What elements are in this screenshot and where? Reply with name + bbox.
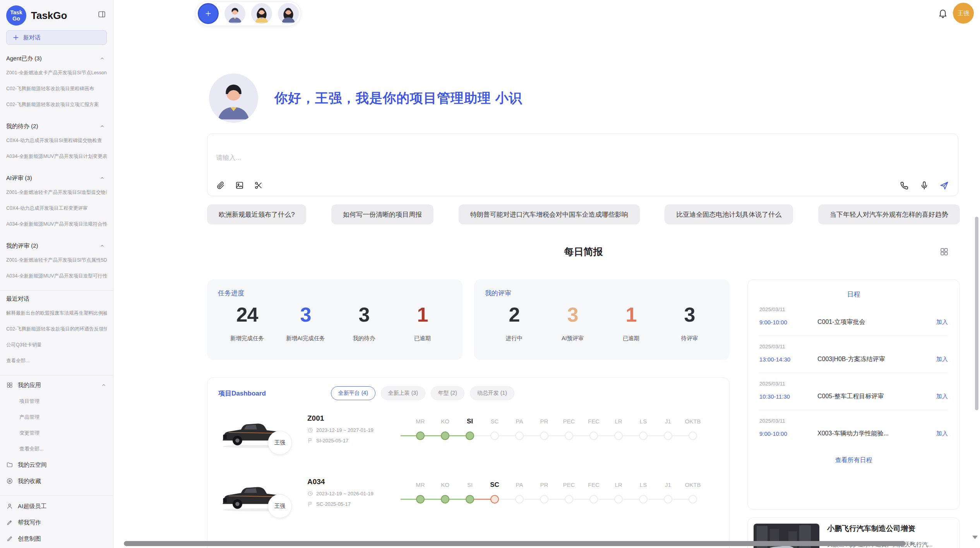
- dashboard-tab[interactable]: 年型 (2): [431, 386, 464, 400]
- stat-label: 新增AI完成任务: [276, 335, 335, 342]
- project-row[interactable]: 王强Z0012023-12-19 ~ 2027-01-19SI-2025-05-…: [218, 413, 718, 464]
- microphone-icon[interactable]: [919, 180, 929, 190]
- sidebar-item[interactable]: Z001-全新燃油轻卡产品开发项目SI造型提交物评审: [6, 185, 107, 200]
- assistant-avatar-3[interactable]: [278, 3, 299, 24]
- left-column: 任务进度24新增完成任务3新增AI完成任务3我的待办1已逾期我的评审2进行中3A…: [207, 279, 730, 548]
- join-meeting-link[interactable]: 加入: [936, 356, 948, 363]
- user-avatar[interactable]: 王强: [953, 3, 974, 24]
- assistant-avatar-2[interactable]: [251, 3, 272, 24]
- sidebar-divider: [0, 290, 113, 291]
- project-row[interactable]: 王强A0342023-12-19 ~ 2026-01-19SC-2025-05-…: [218, 477, 718, 527]
- suggestion-chip[interactable]: 比亚迪全固态电池计划具体说了什么: [665, 204, 793, 224]
- schedule-time: 9:00-10:00: [759, 430, 809, 437]
- suggestion-chip[interactable]: 如何写一份清晰的项目周报: [331, 204, 433, 224]
- chevron-up-icon: [99, 55, 105, 62]
- sidebar-item[interactable]: Z001-全新燃油皮卡产品开发项目SI节点Lesson Learn报告: [6, 65, 107, 81]
- stat-value: 3: [335, 303, 393, 326]
- app-logo: Task Go: [6, 5, 26, 26]
- sidebar-item[interactable]: Z001-全新燃油轻卡产品开发项目SI节点属性5D文件评审: [6, 252, 107, 268]
- stat-item: 1已逾期: [602, 303, 660, 342]
- add-assistant-button[interactable]: [198, 3, 219, 24]
- schedule-item: 2025/03/1110:30-11:30C005-整车工程目标评审加入: [759, 373, 948, 410]
- sidebar-item[interactable]: C0X4-动力总成开发项目工程变更评审: [6, 200, 107, 216]
- image-icon[interactable]: [235, 181, 244, 190]
- collapse-sidebar-icon[interactable]: [98, 10, 106, 19]
- project-flag-label: SC-2025-05-17: [316, 501, 351, 507]
- sidebar-tool-pen[interactable]: 帮我写作: [6, 514, 107, 531]
- sidebar-item[interactable]: C02-飞腾新能源轻客改款项目里程碑画布: [6, 81, 107, 97]
- logo-text-top: Task: [10, 9, 22, 15]
- layout-grid-icon[interactable]: [939, 247, 949, 257]
- project-dates: 2023-12-19 ~ 2027-01-19: [307, 427, 398, 433]
- my-apps-section: 我的应用项目管理产品管理变更管理查看全部...: [6, 377, 107, 457]
- sidebar-link-award[interactable]: 我的收藏: [6, 473, 107, 489]
- scissors-icon[interactable]: [254, 181, 263, 190]
- dashboard-tab[interactable]: 全新平台 (4): [331, 386, 375, 400]
- sidebar-section-header[interactable]: AI评审 (3): [6, 171, 107, 185]
- sidebar-section-header[interactable]: 我的待办 (2): [6, 120, 107, 133]
- recent-chat-item[interactable]: 公司Q3轻卡销量: [6, 337, 107, 353]
- join-meeting-link[interactable]: 加入: [936, 319, 948, 326]
- sidebar-item[interactable]: A034-全新新能源MUV产品开发项目造型可行性评审: [6, 268, 107, 284]
- dashboard-header: 项目Dashboard 全新平台 (4)全新上装 (3)年型 (2)动总开发 (…: [218, 386, 718, 400]
- stat-item: 3AI预评审: [543, 303, 602, 342]
- app-item[interactable]: 产品管理: [6, 409, 107, 425]
- sidebar-section-header[interactable]: 我的评审 (2): [6, 239, 107, 252]
- svg-text:SI: SI: [467, 481, 473, 488]
- view-all-apps-link[interactable]: 查看全部...: [6, 441, 107, 457]
- scroll-right-arrow-icon[interactable]: [910, 541, 914, 546]
- svg-text:SC: SC: [491, 418, 499, 425]
- pen-icon: [6, 519, 13, 526]
- apps-grid-icon: [6, 382, 13, 389]
- svg-text:KO: KO: [441, 481, 449, 488]
- svg-text:PEC: PEC: [563, 418, 575, 425]
- project-flag: SC-2025-05-17: [307, 501, 398, 507]
- suggestion-chip[interactable]: 欧洲新规最近颁布了什么?: [207, 204, 306, 224]
- new-chat-button[interactable]: 新对话: [6, 30, 107, 45]
- send-icon[interactable]: [939, 180, 949, 190]
- join-meeting-link[interactable]: 加入: [936, 430, 948, 437]
- view-all-chats-link[interactable]: 查看全部...: [6, 353, 107, 369]
- stat-card: 我的评审2进行中3AI预评审1已逾期3待评审: [474, 279, 730, 360]
- project-car: 王强: [218, 477, 307, 515]
- sidebar-tool-brush[interactable]: 创意制图: [6, 531, 107, 547]
- assistant-illustration-avatar: [209, 74, 258, 123]
- schedule-row: 10:30-11:30C005-整车工程目标评审加入: [759, 392, 948, 401]
- app-item[interactable]: 变更管理: [6, 425, 107, 441]
- schedule-date: 2025/03/11: [759, 381, 948, 387]
- sidebar-item[interactable]: A034-全新新能源MUV产品开发项目计划变更表编写: [6, 149, 107, 164]
- join-meeting-link[interactable]: 加入: [936, 393, 948, 400]
- sidebar-item[interactable]: C0X4-动力总成开发项目SI里程碑提交物检查: [6, 133, 107, 149]
- stat-label: AI预评审: [543, 335, 602, 342]
- suggestion-chip[interactable]: 特朗普可能对进口汽车增税会对中国车企造成哪些影响: [459, 204, 640, 224]
- sidebar-section-header[interactable]: Agent已办 (3): [6, 52, 107, 65]
- assistant-avatar-1[interactable]: [224, 3, 245, 24]
- robot-icon: [6, 503, 13, 510]
- project-dates: 2023-12-19 ~ 2026-01-19: [307, 491, 398, 497]
- recent-chat-item[interactable]: C02-飞腾新能源轻客改款项目的闭环通告反馈情况: [6, 321, 107, 337]
- schedule-row: 13:00-14:30C003|H0B-方案冻结评审加入: [759, 355, 948, 363]
- stat-item: 3新增AI完成任务: [276, 303, 335, 342]
- phone-icon[interactable]: [899, 180, 910, 190]
- schedule-event-title: C001-立项审批会: [817, 318, 936, 326]
- dashboard-tab[interactable]: 动总开发 (1): [470, 386, 514, 400]
- paperclip-icon[interactable]: [216, 181, 225, 190]
- notification-bell-icon[interactable]: [937, 8, 949, 19]
- horizontal-scrollbar[interactable]: [124, 541, 906, 546]
- scroll-down-arrow-icon[interactable]: [972, 536, 978, 539]
- sidebar-item[interactable]: C02-飞腾新能源轻客改款项目立项汇报方案: [6, 97, 107, 113]
- vertical-scrollbar[interactable]: [975, 217, 978, 410]
- project-dashboard-card: 项目Dashboard 全新平台 (4)全新上装 (3)年型 (2)动总开发 (…: [207, 377, 730, 548]
- sidebar-item[interactable]: A034-全新新能源MUV产品开发项目法规符合性评审: [6, 216, 107, 232]
- chat-composer[interactable]: 请输入...: [207, 134, 958, 196]
- view-all-schedule-link[interactable]: 查看所有日程: [759, 456, 948, 464]
- suggestion-chip[interactable]: 当下年轻人对汽车外观有怎样的喜好趋势: [818, 204, 960, 224]
- dashboard-tab[interactable]: 全新上装 (3): [381, 386, 425, 400]
- sidebar-tool-robot[interactable]: AI超级员工: [6, 498, 107, 514]
- app-item[interactable]: 项目管理: [6, 393, 107, 409]
- main-columns: 任务进度24新增完成任务3新增AI完成任务3我的待办1已逾期我的评审2进行中3A…: [207, 279, 960, 548]
- sidebar-link-folder[interactable]: 我的云空间: [6, 457, 107, 473]
- stat-label: 待评审: [660, 335, 719, 342]
- recent-chat-item[interactable]: 解释最新出台的欧盟报废车法规再生塑料比例被调至15%...: [6, 305, 107, 321]
- my-apps-header[interactable]: 我的应用: [6, 377, 107, 393]
